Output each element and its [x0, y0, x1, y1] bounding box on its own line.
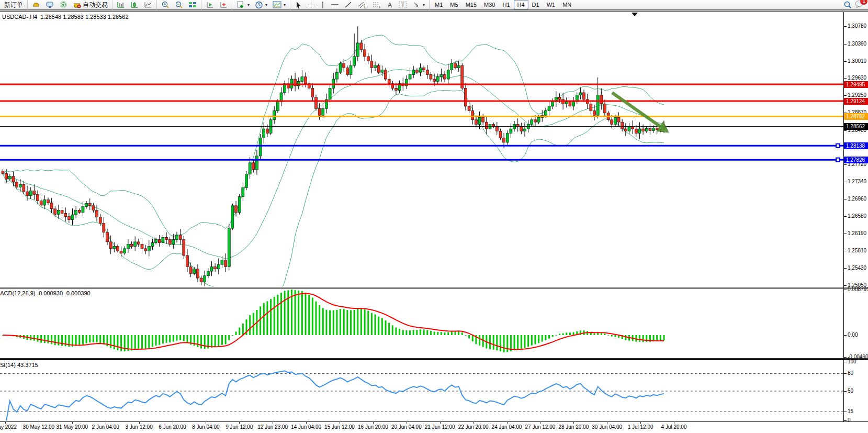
- zoom-out-button[interactable]: [172, 0, 186, 9]
- chat-button[interactable]: 1: [854, 0, 864, 10]
- timeframe-button-w1[interactable]: W1: [543, 0, 559, 9]
- macd-histogram-bar: [61, 335, 63, 346]
- crosshair-button[interactable]: [305, 0, 318, 9]
- price-tick-label: 1.27340: [848, 179, 866, 184]
- macd-rsi-separator-1[interactable]: [0, 358, 868, 359]
- dropdown-arrow-icon: ▾: [247, 3, 250, 7]
- macd-tick-label: 0.00: [848, 332, 858, 338]
- timeframe-group: M1M5M15M30H1H4D1W1MN: [429, 0, 577, 10]
- search-button[interactable]: [841, 0, 854, 9]
- fibonacci-button[interactable]: F: [369, 0, 384, 9]
- new-chart-button[interactable]: ▾: [234, 0, 252, 9]
- signals-button[interactable]: [57, 0, 70, 9]
- macd-histogram-bar: [295, 290, 296, 335]
- add-indicator-button[interactable]: [217, 0, 230, 9]
- timeframe-button-m15[interactable]: M15: [462, 0, 480, 9]
- level-marker[interactable]: [836, 144, 840, 148]
- candle-body: [165, 237, 168, 239]
- candle-body: [468, 106, 470, 111]
- equidistant-channel-button[interactable]: E: [355, 0, 369, 9]
- candle-body: [485, 122, 488, 129]
- macd-histogram-bar: [169, 335, 171, 342]
- price-tick-label: 1.26960: [848, 196, 866, 202]
- main-macd-separator-2[interactable]: [0, 288, 868, 288]
- candle-body: [85, 204, 88, 207]
- price-badge-1.28562: 1.28562: [844, 123, 868, 130]
- vertical-line-button[interactable]: [318, 0, 328, 9]
- timeframe-button-m5[interactable]: M5: [446, 0, 461, 9]
- chart-type-group: [112, 0, 156, 10]
- macd-histogram-bar: [284, 291, 286, 335]
- candle-body: [276, 102, 279, 110]
- auto-trading-button[interactable]: 自动交易: [70, 0, 110, 9]
- timeframe-button-h4[interactable]: H4: [514, 0, 528, 9]
- candle-body: [433, 79, 436, 81]
- text-button[interactable]: A: [384, 0, 396, 9]
- new-order-button[interactable]: 新订单: [2, 0, 26, 9]
- macd-histogram-bar: [552, 335, 554, 337]
- candle-body: [544, 111, 547, 116]
- candlestick-chart-button[interactable]: [128, 0, 141, 9]
- macd-histogram-bar: [197, 335, 198, 347]
- periods-button[interactable]: ▾: [252, 0, 270, 9]
- bar-chart-button[interactable]: [114, 0, 128, 9]
- candle-body: [471, 111, 474, 120]
- fibo-f-glyph: F: [379, 5, 381, 9]
- macd-indicator-pane[interactable]: [0, 288, 843, 358]
- candle-body: [412, 70, 415, 75]
- macd-histogram-bar: [114, 335, 115, 349]
- candle-body: [71, 215, 74, 219]
- macd-histogram-bar: [444, 332, 446, 335]
- macd-histogram-bar: [409, 330, 411, 335]
- macd-histogram-bar: [607, 335, 609, 336]
- timeframe-button-m1[interactable]: M1: [431, 0, 446, 9]
- macd-histogram-bar: [270, 299, 272, 335]
- horizontal-line-button[interactable]: [328, 0, 342, 9]
- macd-rsi-separator-2[interactable]: [0, 359, 868, 360]
- macd-histogram-bar: [138, 335, 139, 349]
- candle-body: [103, 224, 105, 232]
- candle-body: [565, 102, 568, 104]
- main-chart-pane[interactable]: [0, 12, 843, 287]
- indicators-button[interactable]: [203, 0, 217, 9]
- timeframe-button-h1[interactable]: H1: [499, 0, 513, 9]
- market-watch-button[interactable]: [29, 0, 43, 9]
- shapes-button[interactable]: ▾: [410, 0, 427, 9]
- price-tick-label: 1.29250: [848, 92, 866, 98]
- trendline-button[interactable]: [342, 0, 355, 9]
- candle-body: [29, 191, 32, 195]
- candle-body: [130, 244, 133, 246]
- candle-body: [558, 97, 561, 99]
- macd-histogram-bar: [221, 335, 223, 345]
- macd-histogram-bar: [455, 331, 456, 335]
- time-label: 4 Jul 20:00: [661, 424, 687, 430]
- candle-body: [638, 129, 641, 134]
- candle-body: [92, 206, 95, 210]
- axis-tick: [844, 285, 847, 286]
- template-button[interactable]: ▾: [270, 0, 288, 9]
- candle-body: [249, 163, 251, 174]
- main-macd-separator-1[interactable]: [0, 287, 868, 287]
- text-label-button[interactable]: T: [396, 0, 410, 9]
- macd-histogram-bar: [89, 335, 91, 342]
- timeframe-button-mn[interactable]: MN: [559, 0, 575, 9]
- terminals-button[interactable]: [43, 0, 57, 9]
- timeframe-button-m30[interactable]: M30: [480, 0, 499, 9]
- line-chart-button[interactable]: [141, 0, 155, 9]
- rsi-tick-label: 80: [848, 370, 853, 376]
- candle-body: [305, 77, 307, 84]
- rsi-indicator-pane[interactable]: [0, 360, 843, 421]
- level-marker[interactable]: [836, 158, 840, 162]
- candle-body: [624, 129, 627, 131]
- tile-windows-button[interactable]: [186, 0, 199, 9]
- cursor-button[interactable]: [292, 0, 305, 9]
- zoom-in-button[interactable]: [159, 0, 172, 9]
- macd-histogram-bar: [315, 302, 317, 335]
- timeframe-button-d1[interactable]: D1: [528, 0, 543, 9]
- macd-histogram-bar: [472, 335, 474, 341]
- candle-body: [367, 57, 369, 61]
- axis-tick: [844, 95, 847, 96]
- candle-body: [26, 192, 29, 196]
- macd-histogram-bar: [405, 330, 407, 335]
- candle-body: [430, 74, 432, 79]
